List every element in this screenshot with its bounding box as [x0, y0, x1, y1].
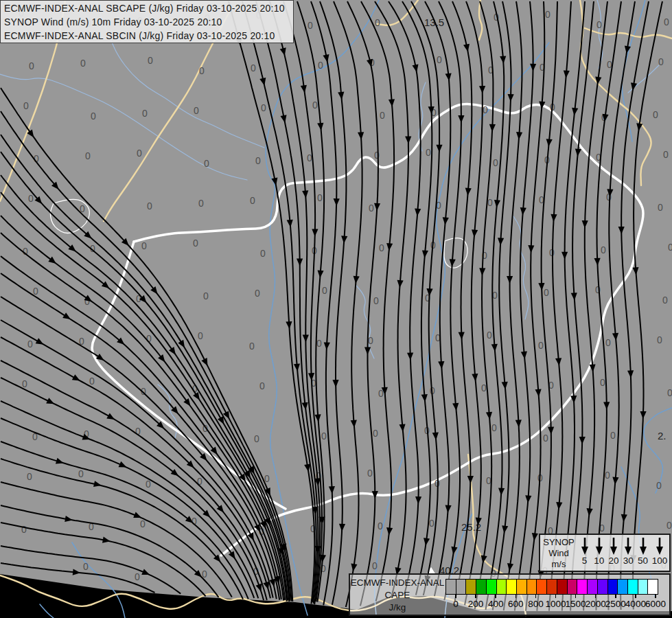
svg-text:0: 0 — [543, 433, 548, 444]
svg-text:0: 0 — [255, 288, 260, 299]
svg-text:0: 0 — [22, 378, 27, 389]
svg-text:0: 0 — [78, 468, 84, 479]
svg-text:0: 0 — [426, 147, 431, 158]
svg-text:0: 0 — [194, 105, 199, 116]
svg-text:0: 0 — [429, 518, 435, 529]
svg-text:0: 0 — [83, 561, 89, 572]
cape-tick-mark — [555, 595, 557, 598]
cape-swatch — [567, 579, 578, 595]
svg-text:0: 0 — [199, 65, 205, 76]
wind-speed-label: 10 — [594, 556, 604, 566]
cape-tick-mark — [655, 595, 656, 598]
map-graphic: 0000000000000000000000000000000000000000… — [0, 0, 672, 618]
wind-speed-label: 50 — [638, 556, 648, 566]
svg-text:0: 0 — [483, 104, 488, 115]
wind-arrow-item: 30 — [623, 536, 634, 571]
cape-swatch — [445, 579, 456, 595]
cape-tick-mark — [475, 595, 476, 598]
svg-text:0: 0 — [147, 201, 152, 211]
svg-text:0: 0 — [203, 290, 209, 301]
svg-text:0: 0 — [667, 387, 672, 398]
svg-text:0: 0 — [204, 158, 209, 169]
svg-text:0: 0 — [21, 524, 27, 535]
wind-arrow-item: 50 — [638, 536, 649, 571]
svg-text:0: 0 — [23, 100, 29, 111]
svg-text:0: 0 — [667, 520, 672, 531]
svg-text:0: 0 — [369, 203, 374, 214]
wind-arrow-down-icon — [594, 536, 605, 556]
cape-tick-mark — [495, 595, 496, 598]
cape-swatch — [546, 579, 557, 595]
weather-map-canvas: 0000000000000000000000000000000000000000… — [0, 0, 672, 618]
cape-swatch — [627, 579, 638, 595]
cape-swatch — [465, 579, 476, 595]
svg-text:0: 0 — [255, 155, 261, 166]
cape-scale-ticks: 0200400600800100015002000250040006000 — [445, 595, 665, 615]
svg-text:0: 0 — [321, 431, 327, 442]
svg-text:0: 0 — [367, 468, 373, 479]
svg-text:0: 0 — [380, 110, 385, 121]
cape-legend-title: ECMWF-INDEX-ANAL CAPE J/kg — [350, 577, 445, 614]
cape-tick-mark — [635, 595, 636, 598]
svg-text:0: 0 — [668, 242, 672, 253]
title-line-sbcin: ECMWF-INDEX-ANAL SBCIN (J/kg) Friday 03-… — [4, 29, 293, 43]
svg-text:0: 0 — [261, 102, 266, 113]
cape-swatch — [587, 579, 598, 595]
wind-arrow-down-icon — [608, 536, 619, 556]
svg-text:0: 0 — [658, 202, 663, 213]
svg-text:0: 0 — [658, 56, 664, 67]
svg-text:0: 0 — [605, 337, 611, 348]
svg-text:0: 0 — [135, 571, 140, 582]
svg-text:0: 0 — [316, 338, 322, 349]
svg-text:0: 0 — [193, 238, 198, 249]
wind-arrow-item: 100 — [652, 536, 668, 571]
wind-legend-title-line1: SYNOP — [540, 537, 577, 548]
svg-text:0: 0 — [322, 285, 327, 296]
svg-text:0: 0 — [89, 376, 95, 387]
svg-text:0: 0 — [368, 335, 373, 346]
svg-text:0: 0 — [28, 193, 34, 204]
svg-text:0: 0 — [481, 382, 487, 393]
cape-swatch — [506, 579, 517, 595]
svg-text:0: 0 — [663, 149, 669, 160]
svg-text:0: 0 — [91, 111, 96, 122]
svg-text:0: 0 — [27, 339, 33, 350]
cape-swatch — [647, 579, 658, 595]
svg-text:0: 0 — [487, 330, 492, 341]
svg-text:0: 0 — [249, 341, 255, 352]
svg-text:2.: 2. — [658, 430, 667, 442]
wind-speed-label: 100 — [652, 556, 668, 566]
wind-arrow-item: 20 — [608, 536, 619, 571]
cape-swatch — [526, 579, 537, 595]
svg-text:0: 0 — [312, 100, 318, 111]
svg-text:0: 0 — [251, 62, 256, 73]
svg-text:0: 0 — [487, 197, 493, 208]
cape-swatch — [617, 579, 628, 595]
wind-arrow-down-icon — [579, 536, 590, 556]
svg-text:0: 0 — [317, 192, 323, 203]
wind-arrow-item: 10 — [594, 536, 605, 571]
svg-text:0: 0 — [491, 422, 497, 433]
svg-text:0: 0 — [250, 195, 255, 206]
wind-speed-scale: 510203050100 — [577, 535, 669, 571]
cape-legend-title-line1: ECMWF-INDEX-ANAL — [350, 577, 445, 589]
cape-tick-mark — [515, 595, 517, 598]
svg-text:0: 0 — [656, 480, 662, 491]
cape-swatch — [577, 579, 588, 595]
svg-text:0: 0 — [538, 340, 544, 351]
svg-text:0: 0 — [379, 242, 384, 253]
svg-text:0: 0 — [85, 150, 91, 161]
title-line-wind: SYNOP Wind (m/s) 10m Friday 03-10-2025 2… — [4, 15, 293, 29]
title-line-sbcape: ECMWF-INDEX-ANAL SBCAPE (J/kg) Friday 03… — [4, 1, 293, 15]
svg-text:0: 0 — [27, 471, 32, 482]
svg-text:0: 0 — [137, 148, 142, 159]
cape-swatch — [638, 579, 649, 595]
wind-legend-title-line2: Wind — [540, 548, 577, 559]
wind-arrow-down-icon — [638, 536, 649, 556]
svg-text:0: 0 — [259, 380, 265, 391]
svg-text:0: 0 — [29, 60, 34, 71]
svg-text:0: 0 — [373, 428, 378, 439]
cape-tick-mark — [575, 595, 577, 598]
svg-text:0: 0 — [544, 287, 549, 298]
svg-text:0: 0 — [148, 55, 153, 66]
